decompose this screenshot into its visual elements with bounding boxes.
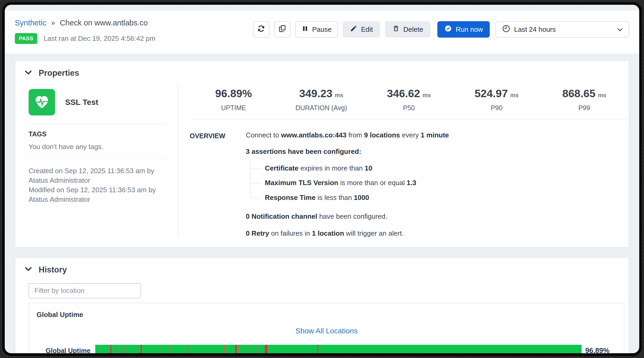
downtime-stripe[interactable] bbox=[117, 345, 117, 356]
pause-label: Pause bbox=[312, 25, 332, 34]
downtime-stripe[interactable] bbox=[265, 345, 267, 356]
metric-value: 524.97ms bbox=[453, 87, 540, 100]
text-segment: have been configured. bbox=[317, 212, 387, 220]
text-segment: on failures in bbox=[269, 229, 312, 237]
metrics-row: 96.89%UPTIME349.23msDURATION (Avg)346.62… bbox=[190, 84, 628, 120]
metric-number: 868.65 bbox=[562, 87, 595, 100]
ssl-test-icon bbox=[29, 89, 55, 115]
run-now-button[interactable]: Run now bbox=[437, 21, 490, 38]
filter-location-input[interactable] bbox=[29, 283, 141, 298]
refresh-icon bbox=[257, 25, 265, 34]
metric-number: 349.23 bbox=[299, 87, 332, 100]
downtime-stripe[interactable] bbox=[257, 345, 257, 356]
downtime-stripe[interactable] bbox=[235, 345, 237, 356]
metric-unit: ms bbox=[510, 92, 519, 99]
pencil-icon bbox=[350, 25, 357, 34]
global-uptime-card: Global Uptime Show All Locations Global … bbox=[29, 303, 624, 356]
refresh-button[interactable] bbox=[253, 21, 269, 38]
metric-value: 96.89% bbox=[190, 87, 277, 100]
overview-intro: Connect to www.antlabs.co:443 from 9 loc… bbox=[246, 131, 618, 140]
metric-label: P99 bbox=[541, 104, 628, 112]
section-title-history: History bbox=[39, 265, 67, 275]
metric: 524.97msP90 bbox=[453, 87, 540, 112]
properties-body: SSL Test TAGS You don't have any tags. C… bbox=[15, 81, 629, 247]
metric-unit: ms bbox=[335, 92, 343, 99]
overview-label: OVERVIEW bbox=[190, 131, 246, 238]
metric-number: 96.89% bbox=[215, 87, 252, 100]
downtime-stripe[interactable] bbox=[110, 345, 111, 356]
metric: 96.89%UPTIME bbox=[190, 87, 277, 112]
show-all-locations-link[interactable]: Show All Locations bbox=[29, 327, 624, 335]
text-segment: 3 assertions have been configured: bbox=[246, 147, 361, 155]
uptime-row: Global Uptime 96.89% bbox=[29, 345, 624, 356]
meta-block: Created on Sep 12, 2025 11:36:53 am by A… bbox=[29, 159, 166, 204]
run-now-label: Run now bbox=[456, 25, 483, 34]
assertion-item: Response Time is less than 1000 bbox=[250, 190, 618, 205]
tags-empty-text: You don't have any tags. bbox=[29, 143, 166, 151]
filter-wrap bbox=[29, 283, 619, 298]
downtime-stripe[interactable] bbox=[239, 345, 240, 356]
text-segment: is less than bbox=[316, 194, 354, 202]
notification-line: 0 Notification channel have been configu… bbox=[246, 212, 618, 221]
text-segment: 1.3 bbox=[407, 179, 416, 187]
collapse-chevron-icon bbox=[25, 70, 32, 76]
properties-left-column: SSL Test TAGS You don't have any tags. C… bbox=[29, 84, 178, 238]
text-segment: every bbox=[400, 131, 421, 139]
properties-section: Properties SSL Test TAGS You don't have … bbox=[15, 60, 629, 248]
clock-icon bbox=[502, 24, 510, 35]
downtime-stripe[interactable] bbox=[224, 345, 225, 356]
delete-button[interactable]: Delete bbox=[385, 21, 430, 38]
metric: 349.23msDURATION (Avg) bbox=[277, 87, 365, 112]
breadcrumb-separator-icon: » bbox=[51, 19, 55, 27]
breadcrumb-link-synthetic[interactable]: Synthetic bbox=[15, 19, 46, 27]
check-type-row: SSL Test bbox=[29, 84, 166, 124]
history-header[interactable]: History bbox=[15, 258, 629, 278]
edit-button[interactable]: Edit bbox=[343, 21, 380, 38]
uptime-bar[interactable] bbox=[95, 345, 582, 356]
metric-unit: ms bbox=[423, 92, 431, 99]
text-segment: expires in more than bbox=[298, 164, 365, 172]
delete-label: Delete bbox=[403, 25, 423, 34]
toolbar: Pause Edit Delete bbox=[253, 21, 629, 38]
status-badge: PASS bbox=[15, 33, 37, 44]
metric-number: 524.97 bbox=[475, 87, 508, 100]
downtime-stripe[interactable] bbox=[188, 345, 188, 356]
created-text: Created on Sep 12, 2025 11:36:53 am by A… bbox=[29, 166, 166, 185]
text-segment: 1 location bbox=[312, 229, 344, 237]
breadcrumb: Synthetic » Check on www.antlabs.co bbox=[15, 19, 155, 27]
downtime-stripe[interactable] bbox=[318, 345, 318, 356]
time-range-select[interactable]: Last 24 hours bbox=[496, 21, 629, 38]
text-segment: 10 bbox=[365, 164, 372, 172]
tags-heading: TAGS bbox=[29, 130, 166, 138]
downtime-stripe[interactable] bbox=[160, 345, 160, 356]
modified-text: Modified on Sep 12, 2025 11:36:53 am by … bbox=[29, 185, 166, 204]
pause-button[interactable]: Pause bbox=[295, 21, 338, 38]
metric-label: DURATION (Avg) bbox=[277, 104, 365, 112]
status-row: PASS Last ran at Dec 19, 2025 4:56:42 pm bbox=[15, 33, 155, 44]
text-segment: will trigger an alert. bbox=[344, 229, 403, 237]
metric-number: 346.62 bbox=[387, 87, 420, 100]
text-segment: Maximum TLS Version bbox=[265, 179, 338, 187]
downtime-stripe[interactable] bbox=[124, 345, 125, 356]
text-segment: 0 Notification channel bbox=[246, 212, 317, 220]
downtime-stripe[interactable] bbox=[247, 345, 248, 356]
check-type-label: SSL Test bbox=[65, 98, 98, 107]
text-segment: 1 minute bbox=[421, 131, 449, 139]
page-title: Check on www.antlabs.co bbox=[60, 19, 148, 27]
metric: 346.62msP50 bbox=[365, 87, 453, 112]
collapse-chevron-icon bbox=[25, 267, 32, 272]
downtime-stripe[interactable] bbox=[183, 345, 184, 356]
downtime-stripe[interactable] bbox=[140, 345, 142, 356]
page-header: Synthetic » Check on www.antlabs.co PASS… bbox=[5, 11, 639, 53]
history-section: History Global Uptime Show All Locations… bbox=[15, 257, 629, 356]
text-segment: 1000 bbox=[354, 194, 369, 202]
trash-icon bbox=[392, 25, 400, 34]
assertion-list: Certificate expires in more than 10Maxim… bbox=[250, 161, 618, 205]
metric: 868.65msP99 bbox=[541, 87, 628, 112]
downtime-stripe[interactable] bbox=[170, 345, 170, 356]
text-segment: is more than or equal bbox=[338, 179, 407, 187]
properties-header[interactable]: Properties bbox=[15, 61, 629, 81]
header-left: Synthetic » Check on www.antlabs.co PASS… bbox=[15, 19, 155, 44]
duplicate-button[interactable] bbox=[274, 21, 291, 38]
assertion-item: Certificate expires in more than 10 bbox=[250, 161, 618, 176]
